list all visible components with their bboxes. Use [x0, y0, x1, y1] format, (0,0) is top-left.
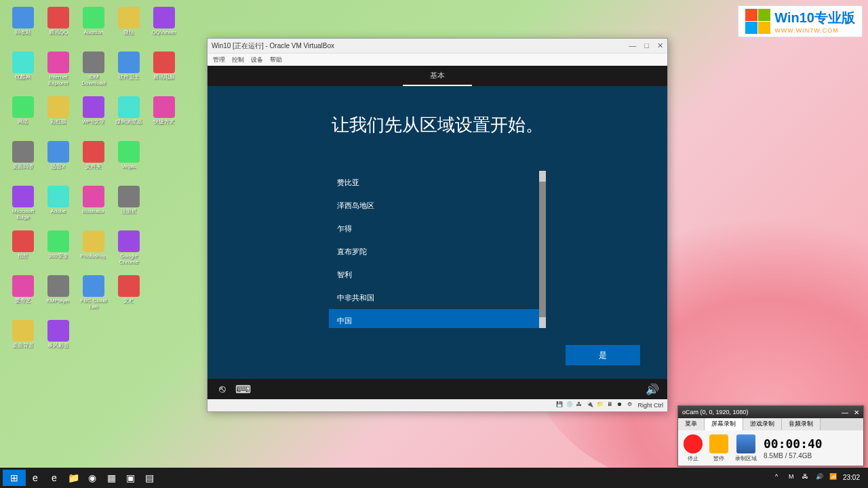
taskbar-vbox-icon[interactable]: ▣ — [121, 470, 140, 486]
ocam-tab[interactable]: 游戏录制 — [743, 418, 782, 430]
ocam-minimize-button[interactable]: — — [842, 409, 848, 416]
yes-button[interactable]: 是 — [566, 345, 640, 365]
disk-icon[interactable]: 💾 — [556, 401, 564, 409]
region-list-container: 赞比亚泽西岛地区乍得直布罗陀智利中非共和国中国 — [329, 171, 546, 328]
menu-help[interactable]: 帮助 — [270, 56, 282, 64]
desktop-icon[interactable]: 迅雷X — [42, 141, 75, 182]
tray-ime-icon[interactable]: M — [789, 473, 798, 483]
desktop-icon[interactable]: 腾讯电脑 — [148, 52, 180, 92]
desktop-icon[interactable]: 优酷网 — [7, 52, 39, 92]
tray-network-icon[interactable]: 🖧 — [802, 473, 812, 483]
region-list[interactable]: 赞比亚泽西岛地区乍得直布罗陀智利中非共和国中国 — [329, 171, 539, 328]
network-icon[interactable]: 🖧 — [576, 401, 585, 409]
ocam-close-button[interactable]: ✕ — [854, 409, 859, 416]
desktop-icon[interactable]: IDM Download — [77, 52, 110, 92]
desktop-icon[interactable]: 桌面背景 — [7, 320, 39, 361]
region-list-item[interactable]: 泽西岛地区 — [329, 194, 539, 217]
desktop-icon[interactable]: Photoshop — [77, 230, 110, 271]
taskbar-chrome-icon[interactable]: ◉ — [83, 470, 102, 486]
region-list-item[interactable]: 赞比亚 — [329, 171, 539, 194]
desktop-icon[interactable]: Internet Explorer — [42, 52, 75, 92]
desktop-icon[interactable]: 软件卫士 — [113, 52, 145, 92]
app-icon — [12, 230, 34, 252]
desktop-icon[interactable]: Microsoft Edge — [7, 186, 39, 226]
desktop-icon[interactable]: 回收站 — [7, 7, 39, 47]
desktop-icon[interactable]: Illustrator — [77, 186, 110, 226]
desktop-icon[interactable]: Audition — [77, 7, 110, 47]
ocam-tab[interactable]: 屏幕录制 — [705, 418, 743, 430]
app-icon — [47, 186, 69, 207]
watermark-title: Win10专业版 — [774, 9, 855, 27]
desktop-icon[interactable]: 文档 — [113, 275, 145, 316]
desktop-icon[interactable]: 微信 — [113, 7, 145, 47]
menu-manage[interactable]: 管理 — [213, 56, 225, 64]
desktop-icon[interactable]: 彩虹猫 — [42, 96, 75, 137]
ocam-titlebar[interactable]: oCam (0, 0, 1920, 1080) — ✕ — [678, 406, 863, 418]
host-key-indicator: Right Ctrl — [637, 402, 663, 409]
ocam-tab[interactable]: 菜单 — [678, 418, 705, 430]
ocam-tab[interactable]: 音频录制 — [782, 418, 821, 430]
desktop-icon[interactable]: 爱奇艺 — [7, 275, 39, 316]
accessibility-icon[interactable]: ⎋ — [217, 384, 228, 394]
tray-chevron-icon[interactable]: ^ — [775, 473, 785, 483]
desktop-icon[interactable]: 拍照 — [7, 230, 39, 271]
desktop-icon[interactable]: Adobe — [42, 186, 75, 226]
close-button[interactable]: ✕ — [657, 41, 663, 50]
region-list-item[interactable]: 中非共和国 — [329, 286, 539, 309]
start-button[interactable]: ⊞ — [3, 470, 26, 486]
region-scrollbar[interactable] — [539, 171, 546, 328]
desktop-icon[interactable]: 360安全 — [42, 230, 75, 271]
scrollbar-thumb-bottom[interactable] — [539, 317, 546, 328]
desktop-icon-label: Google Chrome — [113, 253, 145, 266]
tray-volume-icon[interactable]: 🔊 — [816, 473, 825, 483]
menu-control[interactable]: 控制 — [232, 56, 244, 64]
desktop-icon[interactable]: 腾讯QQ — [42, 7, 75, 47]
desktop-icon[interactable]: 搜狗浏览器 — [113, 96, 145, 137]
desktop-icon[interactable]: WPS文字 — [77, 96, 110, 137]
taskbar-app-icon[interactable]: ▦ — [102, 470, 121, 486]
region-list-item[interactable]: 乍得 — [329, 217, 539, 240]
volume-icon[interactable]: 🔊 — [647, 384, 658, 394]
pause-icon — [709, 434, 728, 453]
monitor-icon — [736, 434, 755, 453]
oobe-top-tab[interactable]: 基本 — [403, 66, 472, 86]
taskbar-explorer-icon[interactable]: 📁 — [64, 470, 83, 486]
shared-folder-icon[interactable]: 📁 — [597, 401, 605, 409]
usb-icon[interactable]: 🔌 — [587, 401, 595, 409]
taskbar-ocam-icon[interactable]: ▤ — [140, 470, 159, 486]
desktop-icon[interactable]: 桌面回收 — [7, 141, 39, 182]
optical-icon[interactable]: 💿 — [566, 401, 574, 409]
taskbar-edge-icon[interactable]: e — [26, 470, 45, 486]
desktop-icon[interactable]: FBC Cloud Lab — [77, 275, 110, 316]
menu-devices[interactable]: 设备 — [251, 56, 263, 64]
region-list-item[interactable]: 智利 — [329, 263, 539, 286]
ime-icon[interactable]: ⌨ — [237, 384, 248, 394]
target-area-button[interactable]: 录制区域 — [735, 434, 757, 462]
desktop-icon-label: 360安全 — [48, 253, 68, 260]
display-icon[interactable]: 🖥 — [607, 401, 615, 409]
desktop-icon[interactable]: QQViewer — [148, 7, 180, 47]
vbox-titlebar[interactable]: Win10 [正在运行] - Oracle VM VirtualBox — □ … — [208, 39, 667, 54]
scrollbar-thumb-top[interactable] — [539, 171, 546, 182]
desktop-icon[interactable]: Vegas — [113, 141, 145, 182]
region-list-item[interactable]: 直布罗陀 — [329, 240, 539, 263]
desktop-icon[interactable]: 文件夹 — [77, 141, 110, 182]
desktop-icon[interactable]: 网络 — [7, 96, 39, 137]
maximize-button[interactable]: □ — [644, 41, 649, 50]
desktop-icon[interactable]: 快捷方式 — [148, 96, 180, 137]
desktop-icon[interactable]: KMPlayer — [42, 275, 75, 316]
oobe-main: 让我们先从区域设置开始。 赞比亚泽西岛地区乍得直布罗陀智利中非共和国中国 是 — [208, 86, 667, 379]
pause-button[interactable]: 暂停 — [709, 434, 728, 462]
desktop-icon[interactable]: 暴风影音 — [42, 320, 75, 361]
minimize-button[interactable]: — — [629, 41, 636, 50]
taskbar-ie-icon[interactable]: e — [45, 470, 64, 486]
desktop-icon[interactable]: 注册机 — [113, 186, 145, 226]
desktop-icon-label: 腾讯QQ — [49, 30, 68, 36]
taskbar-clock[interactable]: 23:02 — [843, 474, 860, 482]
tray-wifi-icon[interactable]: 📶 — [829, 473, 839, 483]
desktop-icon[interactable]: Google Chrome — [113, 230, 145, 271]
record-button[interactable]: 停止 — [684, 434, 703, 462]
cpu-icon[interactable]: ⚙ — [627, 401, 635, 409]
region-list-item[interactable]: 中国 — [329, 309, 539, 328]
recording-icon[interactable]: ⏺ — [617, 401, 625, 409]
